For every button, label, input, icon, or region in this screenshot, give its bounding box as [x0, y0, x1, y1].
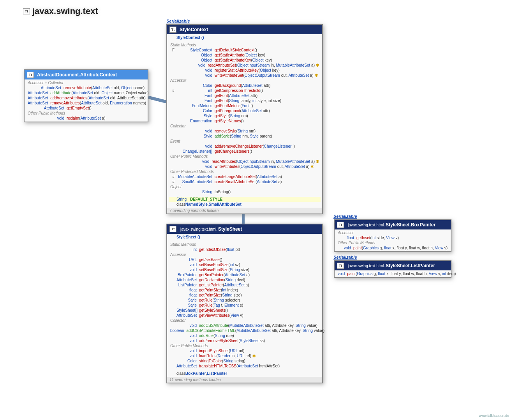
method-row: EnumerationgetStyleNames (): [169, 118, 321, 124]
class-package: javax.swing.text.html.: [348, 223, 385, 227]
method-row: FStyleContextgetDefaultStyleContext (): [169, 48, 321, 53]
method-row: voidreadAttributeSet (ObjectInputStream …: [169, 63, 321, 68]
section-label: Static Methods: [169, 42, 321, 48]
card-style-context: Tt StyleContext StyleContext () Static M…: [166, 24, 323, 214]
method-row: #SmallAttributeSetcreateSmallAttributeSe…: [169, 179, 321, 184]
method-row: intgetIndexOfSize (float pt): [169, 247, 321, 252]
card-body: voidpaint (Graphics g, float x, float y,…: [335, 270, 451, 277]
method-row: ObjectgetStaticAttribute (Object key): [169, 53, 321, 58]
method-row: AttributeSetremoveAttribute (AttributeSe…: [26, 85, 146, 90]
method-row: voidwriteAttributes (ObjectOutputStream …: [169, 164, 321, 169]
method-row: FontgetFont (String family, int style, i…: [169, 98, 321, 103]
method-row: voidremoveStyle (String nm): [169, 129, 321, 134]
method-row: voidregisterStaticAttributeKey (Object k…: [169, 68, 321, 73]
method-row: floatgetInset (int side, View v): [336, 235, 449, 240]
method-row: AttributeSetgetDeclaration (String decl): [169, 277, 321, 282]
card-header: Tt javax.swing.text.html. StyleSheet.Box…: [335, 220, 451, 229]
method-row: ColorgetForeground (AttributeSet attr): [169, 108, 321, 113]
class-title: StyleSheet.ListPainter: [386, 263, 435, 268]
section-label: Event: [169, 139, 321, 144]
method-row: floatgetPointSize (int index): [169, 288, 321, 293]
section-label: Accessor: [169, 252, 321, 257]
card-body: StyleContext () Static Methods FStyleCon…: [167, 34, 322, 208]
method-row: StylegetRule (Tag t, Element e): [169, 303, 321, 308]
card-header: Tt StyleContext: [167, 25, 322, 34]
method-row: ColorgetBackground (AttributeSet attr): [169, 83, 321, 88]
method-row: voidpaint (Graphics g, float x, float y,…: [336, 245, 449, 251]
section-label: Static Methods: [169, 242, 321, 247]
constructor-row: StyleContext (): [169, 35, 321, 40]
class-icon: Tt: [27, 72, 34, 78]
package-icon: Tt: [23, 8, 30, 14]
inner-classes-row: class BoxPainter, ListPainter: [169, 371, 321, 376]
method-row: BoxPaintergetBoxPainter (AttributeSet a): [169, 272, 321, 277]
connector-diagonal: [148, 96, 168, 104]
card-header: Tt javax.swing.text.html. StyleSheet: [167, 224, 322, 234]
card-box-painter: Tt javax.swing.text.html. StyleSheet.Box…: [334, 219, 451, 252]
method-row: #intgetCompressionThreshold (): [169, 88, 321, 93]
method-row: #MutableAttributeSetcreateLargeAttribute…: [169, 174, 321, 179]
section-label: Accessor: [336, 230, 449, 235]
method-row: AttributeSettranslateHTMLToCSS (Attribut…: [169, 364, 321, 369]
card-header: Tt AbstractDocument.AttributeContext: [25, 70, 148, 79]
method-row: voidreclaim (AttributeSet a): [26, 116, 146, 121]
class-title: StyleSheet: [218, 226, 242, 232]
method-row: voidsetBaseFontSize (int sz): [169, 262, 321, 267]
class-icon: Tt: [337, 222, 344, 228]
method-row: voidpaint (Graphics g, float x, float y,…: [336, 271, 449, 276]
method-row: StylegetStyle (String nm): [169, 113, 321, 118]
section-label: Other Public Methods: [26, 111, 146, 116]
method-row: ObjectgetStaticAttributeKey (Object key): [169, 58, 321, 63]
card-list-painter: Tt javax.swing.text.html. StyleSheet.Lis…: [334, 260, 451, 278]
section-label: Other Public Methods: [336, 240, 449, 245]
card-footer: 7 overriding methods hidden: [167, 208, 322, 214]
class-package: javax.swing.text.html.: [348, 264, 385, 268]
method-row: ListPaintergetListPainter (AttributeSet …: [169, 282, 321, 288]
method-row: StyleaddStyle (String nm, Style parent): [169, 134, 321, 139]
connector-vertical: [242, 214, 245, 224]
method-row: AttributeSetgetViewAttributes (View v): [169, 313, 321, 318]
section-label: Object: [169, 184, 321, 189]
method-row: booleanaddCSSAttributeFromHTML (MutableA…: [169, 328, 321, 333]
section-label: Other Public Methods: [169, 154, 321, 159]
method-row: FontgetFont (AttributeSet attr): [169, 93, 321, 98]
method-row: voidloadRules (Reader in, URL ref)✱: [169, 353, 321, 358]
method-row: AttributeSetadd/removeAttributes (Attrib…: [26, 95, 146, 101]
method-row: voidaddRule (String rule): [169, 333, 321, 338]
card-header: Tt javax.swing.text.html. StyleSheet.Lis…: [335, 261, 451, 270]
card-footer: 11 overriding methods hidden: [167, 377, 322, 383]
card-style-sheet: Tt javax.swing.text.html. StyleSheet Sty…: [166, 224, 323, 383]
credit-link[interactable]: www.falkhausen.de: [479, 414, 509, 418]
method-row: ChangeListener[]getChangeListeners (): [169, 149, 321, 154]
card-body: StyleSheet () Static Methods intgetIndex…: [167, 234, 322, 377]
card-body: Accessor + Collector AttributeSetremoveA…: [25, 79, 148, 122]
method-row: AttributeSetaddAttribute (AttributeSet o…: [26, 90, 146, 95]
package-name: javax.swing.text: [32, 6, 98, 16]
method-row: voidwriteAttributeSet (ObjectOutputStrea…: [169, 73, 321, 78]
class-title: AbstractDocument.AttributeContext: [37, 72, 117, 78]
method-row: StylegetRule (String selector): [169, 298, 321, 303]
class-title: StyleSheet.BoxPainter: [386, 222, 435, 228]
method-row: voidreadAttributes (ObjectInputStream in…: [169, 159, 321, 164]
section-label: Accessor: [169, 78, 321, 83]
inner-classes-row: class NamedStyle, SmallAttributeSet: [169, 202, 321, 207]
constructor-row: StyleSheet (): [169, 235, 321, 240]
class-icon: Tt: [337, 263, 344, 269]
constant-row: String DEFAULT_STYLE: [169, 197, 321, 202]
serializable-label[interactable]: Serializable: [333, 214, 357, 219]
method-row: AttributeSetremoveAttributes (AttributeS…: [26, 101, 146, 106]
method-row: StyleSheet[]getStyleSheets (): [169, 308, 321, 313]
method-row: voidaddCSSAttribute (MutableAttributeSet…: [169, 323, 321, 328]
method-row: ColorstringToColor (String string): [169, 358, 321, 364]
section-label: Other Protected Methods: [169, 169, 321, 174]
class-title: StyleContext: [180, 27, 208, 32]
section-label: Collector: [169, 124, 321, 129]
class-package: javax.swing.text.html.: [180, 227, 217, 231]
section-label: Other Public Methods: [169, 343, 321, 348]
method-row: floatgetPointSize (String size): [169, 293, 321, 298]
method-row: voidadd/removeStyleSheet (StyleSheet ss): [169, 338, 321, 343]
method-row: voidsetBaseFontSize (String size): [169, 267, 321, 272]
section-label: Collector: [169, 318, 321, 323]
serializable-label[interactable]: Serializable: [333, 255, 357, 259]
serializable-label[interactable]: Serializable: [166, 19, 190, 23]
